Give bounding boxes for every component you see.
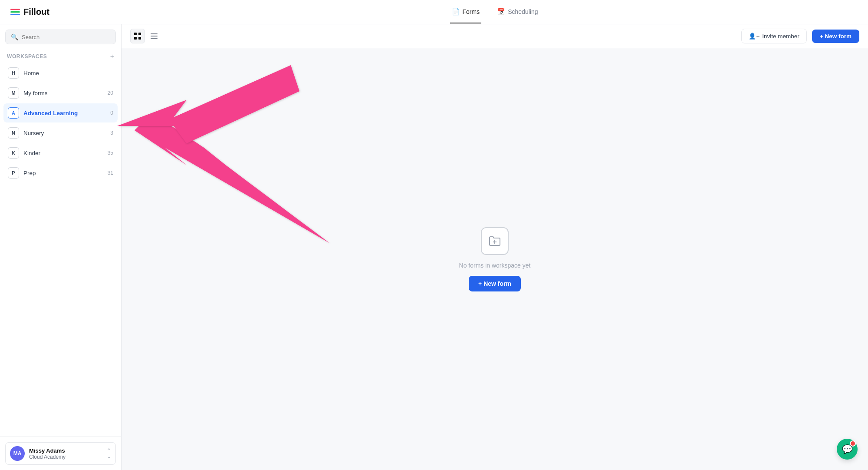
scheduling-icon: 📅 [497,8,505,16]
advanced-learning-badge: 0 [110,110,113,116]
content-area: 👤+ Invite member + New form No forms in … [122,24,868,470]
kinder-avatar: K [8,147,19,159]
main-layout: 🔍 Workspaces + H Home M My forms 20 A Ad… [0,24,868,470]
sidebar-item-home-label: Home [23,70,113,76]
app-name: Fillout [23,7,49,17]
forms-icon: 📄 [452,8,460,16]
prep-badge: 31 [108,170,113,176]
new-form-toolbar-label: + New form [820,33,852,40]
list-view-button[interactable] [147,29,161,43]
tab-forms[interactable]: 📄 Forms [450,1,482,23]
workspaces-header: Workspaces + [0,48,121,63]
invite-member-label: Invite member [762,33,799,40]
search-icon: 🔍 [11,33,18,40]
grid-icon [134,32,141,40]
empty-folder-icon [481,227,509,255]
logo-icon [10,9,20,15]
sidebar-item-my-forms-label: My forms [23,90,103,96]
user-org: Cloud Academy [29,454,102,460]
home-avatar: H [8,67,19,79]
my-forms-avatar: M [8,87,19,99]
workspaces-label: Workspaces [7,53,47,60]
sidebar-nav: H Home M My forms 20 A Advanced Learning… [0,63,121,437]
chevron-up-down-icon: ⌃⌄ [107,447,111,460]
new-form-button-toolbar[interactable]: + New form [812,30,859,43]
nursery-badge: 3 [110,130,113,136]
kinder-badge: 35 [108,150,113,156]
search-bar[interactable]: 🔍 [5,30,116,44]
folder-plus-icon [488,234,502,248]
svg-rect-3 [138,37,141,40]
add-workspace-button[interactable]: + [110,53,114,60]
sidebar: 🔍 Workspaces + H Home M My forms 20 A Ad… [0,24,122,470]
sidebar-item-my-forms[interactable]: M My forms 20 [3,83,118,103]
sidebar-item-kinder[interactable]: K Kinder 35 [3,143,118,162]
svg-rect-6 [151,38,158,39]
svg-rect-2 [134,37,137,40]
sidebar-item-kinder-label: Kinder [23,150,103,156]
sidebar-item-prep-label: Prep [23,170,103,176]
empty-state-message: No forms in workspace yet [459,262,531,269]
sidebar-item-advanced-learning[interactable]: A Advanced Learning 0 [3,103,118,122]
invite-member-button[interactable]: 👤+ Invite member [741,29,806,43]
invite-member-icon: 👤+ [749,33,760,40]
svg-rect-1 [138,33,141,35]
user-info: Missy Adams Cloud Academy [29,447,102,460]
my-forms-badge: 20 [108,90,113,96]
content-toolbar: 👤+ Invite member + New form [122,24,868,48]
prep-avatar: P [8,167,19,179]
main-nav: 📄 Forms 📅 Scheduling [132,1,858,23]
svg-rect-5 [151,36,158,36]
sidebar-footer: MA Missy Adams Cloud Academy ⌃⌄ [0,437,121,470]
grid-view-button[interactable] [130,29,145,43]
list-icon [150,32,158,40]
tab-scheduling-label: Scheduling [508,8,538,15]
toolbar-right: 👤+ Invite member + New form [741,29,859,43]
new-form-button-center[interactable]: + New form [469,276,521,291]
user-name: Missy Adams [29,447,102,454]
sidebar-item-nursery[interactable]: N Nursery 3 [3,123,118,142]
tab-forms-label: Forms [463,8,480,15]
toolbar-left [130,29,161,43]
sidebar-item-home[interactable]: H Home [3,63,118,83]
sidebar-item-advanced-learning-label: Advanced Learning [23,110,106,116]
svg-rect-0 [134,33,137,35]
avatar: MA [10,446,25,461]
advanced-learning-avatar: A [8,107,19,119]
new-form-center-label: + New form [478,280,511,287]
chat-icon: 💬 [842,444,853,454]
tab-scheduling[interactable]: 📅 Scheduling [495,1,539,23]
top-nav: Fillout 📄 Forms 📅 Scheduling [0,0,868,24]
svg-rect-4 [151,33,158,34]
logo: Fillout [10,7,132,17]
nursery-avatar: N [8,127,19,139]
user-initials: MA [13,450,22,457]
search-input[interactable] [22,34,110,40]
sidebar-item-nursery-label: Nursery [23,130,106,136]
user-card[interactable]: MA Missy Adams Cloud Academy ⌃⌄ [5,442,116,465]
sidebar-item-prep[interactable]: P Prep 31 [3,163,118,182]
empty-state: No forms in workspace yet + New form [122,48,868,470]
chat-button[interactable]: 💬 [837,439,858,460]
